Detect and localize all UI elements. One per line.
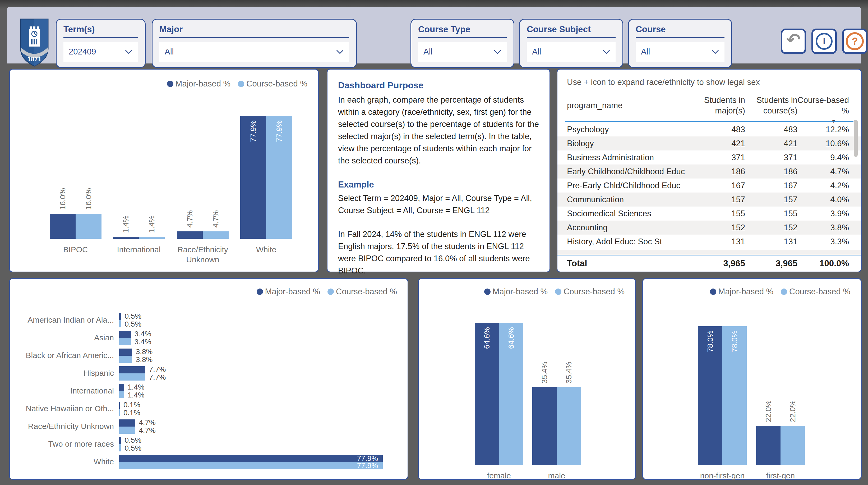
table-row[interactable]: Communication1571574.0% [557,192,861,207]
bar-major-based[interactable]: 35.4% [532,387,557,465]
bar-course-based[interactable]: 22.0% [780,426,805,465]
category-label: female [467,471,531,481]
bar-major-based[interactable]: 16.0% [50,214,75,239]
cell-course-based-pct: 4.0% [780,192,849,207]
bar-course-based[interactable] [119,427,135,434]
category-label: White [10,457,114,466]
table-row[interactable]: Business Administration3713719.4% [557,150,861,164]
svg-text:1871: 1871 [27,56,41,63]
filter-label-major: Major [159,24,349,38]
table-row[interactable]: History, Adol Educ: Soc St1311313.3% [557,235,861,249]
chevron-down-icon [336,50,344,54]
bar-course-based[interactable] [119,338,131,345]
bar-major-based[interactable] [119,384,124,391]
category-label: Race/Ethnicity Unknown [171,245,235,265]
bar-value-label: 16.0% [84,188,93,210]
table-row-clipped [557,250,861,255]
bar-major-based[interactable] [119,402,120,409]
bar-major-based[interactable]: 1.4% [113,237,139,239]
column-header-course-based-pct[interactable]: Course-based % [791,95,849,116]
bar-major-based[interactable]: 22.0% [756,426,780,465]
table-row[interactable]: Sociomedical Sciences1551553.9% [557,207,861,220]
bar-value-label: 77.9% [249,120,258,142]
bar-course-based[interactable]: 78.0% [722,326,747,465]
bar-course-based[interactable] [119,356,132,363]
course-type-dropdown-value: All [424,47,432,57]
race-ethnicity-summary-chart-panel: Major-based % Course-based % 16.0%16.0%B… [9,69,319,272]
total-course-based-pct: 100.0% [780,256,849,270]
category-label: White [235,245,298,255]
dashboard-purpose-panel: Dashboard Purpose In each graph, compare… [327,69,550,272]
purpose-body: In each graph, compare the percentage of… [338,94,539,167]
bar-value-label: 16.0% [58,188,67,210]
help-icon: ? [846,32,864,50]
bar-course-based[interactable] [119,320,121,327]
undo-button[interactable]: ↶ [781,29,806,54]
bar-value-label: 3.4% [134,330,151,338]
first-gen-chart-panel: Major-based % Course-based % 78.0%78.0%n… [642,278,862,480]
course-type-dropdown[interactable]: All [418,42,507,62]
filter-label-course: Course [636,24,724,38]
bar-course-based[interactable]: 64.6% [499,323,523,465]
cell-program-name: Early Childhood/Childhood Educ [567,164,685,179]
total-divider [557,255,861,255]
cell-course-based-pct: 12.2% [780,122,849,137]
column-header-students-in-majors[interactable]: Students in major(s) [687,95,745,116]
bar-major-based[interactable] [119,313,121,320]
info-button[interactable]: i [811,29,837,54]
purpose-title: Dashboard Purpose [338,79,539,91]
bar-course-based[interactable]: 1.4% [139,237,165,239]
major-dropdown[interactable]: All [159,42,349,62]
category-label: International [10,386,114,395]
bar-major-based[interactable]: 77.9% [240,116,266,239]
bar-major-based[interactable] [119,366,145,373]
bar-course-based[interactable] [119,373,145,381]
example-body: Select Term = 202409, Major = All, Cours… [338,192,539,217]
table-body: Psychology48348312.2%Biology42142110.6%B… [557,122,861,249]
category-label: Two or more races [10,439,114,449]
course-subject-dropdown[interactable]: All [527,42,616,62]
bar-major-based[interactable]: 4.7% [177,232,203,239]
table-row[interactable]: Biology42142110.6% [557,137,861,150]
table-row[interactable]: Psychology48348312.2% [557,122,861,137]
term-dropdown[interactable]: 202409 [63,42,138,62]
bar-major-based[interactable]: 78.0% [698,326,722,465]
cell-program-name: History, Adol Educ: Soc St [567,235,662,249]
bar-course-based[interactable] [119,409,120,416]
header-divider [565,121,854,122]
column-header-students-in-courses[interactable]: Students in course(s) [739,95,798,116]
bar-major-based[interactable] [119,331,131,338]
course-dropdown-value: All [641,47,650,57]
table-row[interactable]: Early Childhood/Childhood Educ1861864.7% [557,164,861,179]
bar-value-label: 0.5% [124,444,142,452]
bar-course-based[interactable] [119,444,121,451]
bar-major-based[interactable]: 64.6% [475,323,499,465]
bar-value-label: 77.9% [119,455,378,462]
filter-card-course: Course All [628,19,732,68]
help-button[interactable]: ? [842,29,867,54]
category-label: Race/Ethnicity Unknown [10,422,114,431]
bar-course-based[interactable]: 4.7% [203,232,229,239]
bar-major-based[interactable] [119,348,132,356]
bar-course-based[interactable]: 77.9% [266,116,292,239]
bar-course-based[interactable]: 35.4% [557,387,581,465]
course-dropdown[interactable]: All [636,42,724,62]
filter-bar: 1871 Term(s) 202409 Major All Course Typ… [7,7,861,63]
bar-value-label: 3.8% [136,348,153,356]
bar-value-label: 64.6% [483,327,491,349]
bar-course-based[interactable]: 16.0% [75,214,101,239]
chevron-down-icon [125,50,133,54]
bar-major-based[interactable] [119,419,135,427]
table-row[interactable]: Accounting1521523.8% [557,220,861,235]
table-scrollbar[interactable] [854,120,858,157]
bar-major-based[interactable] [119,437,121,444]
chevron-down-icon [493,50,501,54]
table-row[interactable]: Pre-Early Chld/Childhood Educ1671674.2% [557,179,861,192]
table-header: program_name Students in major(s) Studen… [557,92,861,121]
cell-program-name: Communication [567,192,624,207]
column-header-program-name[interactable]: program_name [567,100,622,111]
bar-course-based[interactable] [119,391,124,398]
bar-value-label: 0.5% [124,436,142,444]
bar-value-label: 1.4% [128,383,145,391]
bar-value-label: 78.0% [730,331,739,352]
